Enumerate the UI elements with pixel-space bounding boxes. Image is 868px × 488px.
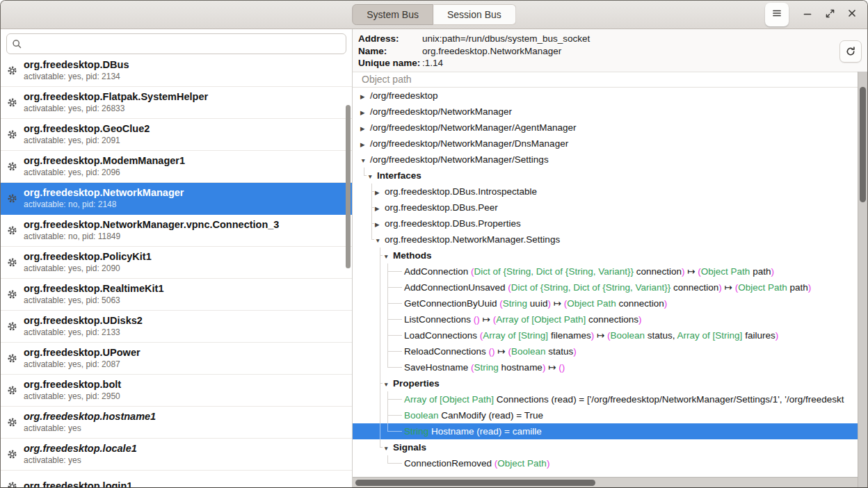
tree-row-text: ConnectionRemoved xyxy=(404,458,495,469)
expander-down-icon[interactable]: ▼ xyxy=(367,169,377,185)
tree-row-text: ↦ xyxy=(594,330,607,341)
maximize-button[interactable] xyxy=(821,6,839,24)
tree-guide-line xyxy=(380,327,380,343)
refresh-icon xyxy=(845,46,856,57)
tree-row[interactable]: AddConnectionUnsaved (Dict of {String, D… xyxy=(353,279,867,295)
tree-guide-line xyxy=(380,255,383,256)
tree-row[interactable]: GetConnectionByUuid (String uuid) ↦ (Obj… xyxy=(353,295,867,311)
expander-right-icon[interactable]: ▶ xyxy=(375,201,385,217)
tree-row[interactable]: ConnectionRemoved (Object Path) xyxy=(353,455,867,471)
tree-vertical-scrollbar-thumb[interactable] xyxy=(860,87,866,202)
tree-row[interactable]: ▼org.freedesktop.NetworkManager.Settings xyxy=(353,231,867,247)
tree-row-text: Interfaces xyxy=(377,170,421,181)
tree-row[interactable]: Boolean CanModify (read) = True xyxy=(353,407,867,423)
tree-row[interactable]: LoadConnections (Array of [String] filen… xyxy=(353,327,867,343)
bracket-text: ) xyxy=(638,314,642,325)
service-name: org.freedesktop.login1 xyxy=(24,480,132,487)
close-icon xyxy=(847,8,857,21)
tree-row[interactable]: SaveHostname (String hostname) ↦ () xyxy=(353,359,867,375)
expander-down-icon[interactable]: ▼ xyxy=(383,377,393,393)
type-text: Boolean xyxy=(611,330,645,341)
expander-down-icon[interactable]: ▼ xyxy=(360,153,370,169)
tree-row-text: org.freedesktop.DBus.Peer xyxy=(385,202,498,213)
service-list-item[interactable]: org.freedesktop.NetworkManageractivatabl… xyxy=(1,183,352,215)
tree-row[interactable]: ▶org.freedesktop.DBus.Peer xyxy=(353,200,867,215)
service-list-item[interactable]: org.freedesktop.UPoweractivatable: yes, … xyxy=(1,343,352,375)
tree-row[interactable]: ▶/org/freedesktop/NetworkManager/AgentMa… xyxy=(353,120,867,136)
tree-row[interactable]: ▶/org/freedesktop/NetworkManager xyxy=(353,104,867,120)
tree-row[interactable]: ▼Signals xyxy=(353,439,867,455)
tree-row-text: connection xyxy=(634,266,682,277)
service-list-item[interactable]: org.freedesktop.hostname1activatable: ye… xyxy=(1,407,352,439)
service-list-item[interactable]: org.freedesktop.boltactivatable: yes, pi… xyxy=(1,375,352,407)
service-text: org.freedesktop.RealtimeKit1activatable:… xyxy=(24,283,163,306)
tree-row-text: ReloadConnections xyxy=(404,346,489,357)
tree-guide-line xyxy=(380,279,380,295)
tree-guide-line xyxy=(380,263,380,279)
tree-row[interactable]: ▼/org/freedesktop/NetworkManager/Setting… xyxy=(353,152,867,168)
expander-right-icon[interactable]: ▶ xyxy=(375,217,385,233)
service-list-item[interactable]: org.freedesktop.UDisks2activatable: yes,… xyxy=(1,311,352,343)
tree-row[interactable]: ▶org.freedesktop.DBus.Properties xyxy=(353,215,867,231)
tree-horizontal-scrollbar-thumb[interactable] xyxy=(355,480,595,486)
service-list-item[interactable]: org.freedesktop.DBusactivatable: yes, pi… xyxy=(1,55,352,87)
type-text: Object Path xyxy=(567,298,616,309)
tree-guide-line xyxy=(371,223,374,224)
tree-row[interactable]: ▼Methods xyxy=(353,247,867,263)
expander-right-icon[interactable]: ▶ xyxy=(360,121,370,137)
tree-guide-line xyxy=(387,271,402,272)
expander-right-icon[interactable]: ▶ xyxy=(360,105,370,121)
type-text: String xyxy=(474,362,499,373)
tree-row-text: GetConnectionByUuid xyxy=(404,298,499,309)
service-list-item[interactable]: org.freedesktop.GeoClue2activatable: yes… xyxy=(1,119,352,151)
service-list-item[interactable]: org.freedesktop.locale1activatable: yes xyxy=(1,439,352,471)
service-list-item[interactable]: org.freedesktop.PolicyKit1activatable: y… xyxy=(1,247,352,279)
tree-row-text: ↦ xyxy=(545,362,558,373)
tab-session-bus[interactable]: Session Bus xyxy=(433,4,516,25)
tree-row[interactable]: ▼Properties xyxy=(353,375,867,391)
service-list-item[interactable]: org.freedesktop.login1 xyxy=(1,471,352,487)
tree-guide-line xyxy=(387,367,402,368)
expander-right-icon[interactable]: ▶ xyxy=(360,89,370,105)
tab-system-bus[interactable]: System Bus xyxy=(352,4,433,25)
tree-row[interactable]: AddConnection (Dict of {String, Dict of … xyxy=(353,263,867,279)
menu-button[interactable] xyxy=(765,3,789,26)
tree-guide-line xyxy=(371,239,374,240)
service-list-item[interactable]: org.freedesktop.NetworkManager.vpnc.Conn… xyxy=(1,215,352,247)
service-detail: activatable: no, pid: 2148 xyxy=(24,200,184,210)
object-path-column-header[interactable]: Object path xyxy=(353,72,867,88)
service-list-item[interactable]: org.freedesktop.Flatpak.SystemHelperacti… xyxy=(1,87,352,119)
expander-right-icon[interactable]: ▶ xyxy=(360,137,370,153)
info-value: :1.14 xyxy=(422,57,443,70)
services-sidebar: org.freedesktop.DBusactivatable: yes, pi… xyxy=(1,29,353,487)
tree-row[interactable]: ReloadConnections () ↦ (Boolean status) xyxy=(353,343,867,359)
tree-row[interactable]: ▶org.freedesktop.DBus.Introspectable xyxy=(353,184,867,200)
minimize-button[interactable] xyxy=(798,6,817,24)
service-list: org.freedesktop.DBusactivatable: yes, pi… xyxy=(1,55,352,487)
minimize-icon xyxy=(803,8,812,21)
tree-guide-line xyxy=(387,351,402,352)
refresh-button[interactable] xyxy=(839,40,862,63)
expander-down-icon[interactable]: ▼ xyxy=(383,249,393,265)
tree-row[interactable]: ▶/org/freedesktop/NetworkManager/DnsMana… xyxy=(353,136,867,152)
close-button[interactable] xyxy=(843,6,861,24)
tree-row[interactable]: ▶/org/freedesktop xyxy=(353,88,867,104)
expander-down-icon[interactable]: ▼ xyxy=(383,441,393,457)
service-gear-icon xyxy=(7,481,17,487)
search-box[interactable] xyxy=(6,33,346,54)
expander-down-icon[interactable]: ▼ xyxy=(375,233,385,249)
tree-row-text: ListConnections xyxy=(404,314,474,325)
sidebar-scrollbar-thumb[interactable] xyxy=(346,105,351,268)
service-list-item[interactable]: org.freedesktop.RealtimeKit1activatable:… xyxy=(1,279,352,311)
service-list-item[interactable]: org.freedesktop.ModemManager1activatable… xyxy=(1,151,352,183)
search-input[interactable] xyxy=(27,38,341,50)
expander-right-icon[interactable]: ▶ xyxy=(375,185,385,201)
bracket-text: ) xyxy=(771,266,774,277)
tree-row[interactable]: ListConnections () ↦ (Array of [Object P… xyxy=(353,311,867,327)
tree-row-text: Connections (read) = ['/org/freedesktop/… xyxy=(494,394,844,405)
tree-row[interactable]: ▼Interfaces xyxy=(353,168,867,184)
tree-row[interactable]: Array of [Object Path] Connections (read… xyxy=(353,391,867,407)
bracket-text: ) xyxy=(664,298,668,309)
tree-row[interactable]: String Hostname (read) = camille xyxy=(353,423,867,439)
detail-panel: Address:unix:path=/run/dbus/system_bus_s… xyxy=(353,29,867,487)
